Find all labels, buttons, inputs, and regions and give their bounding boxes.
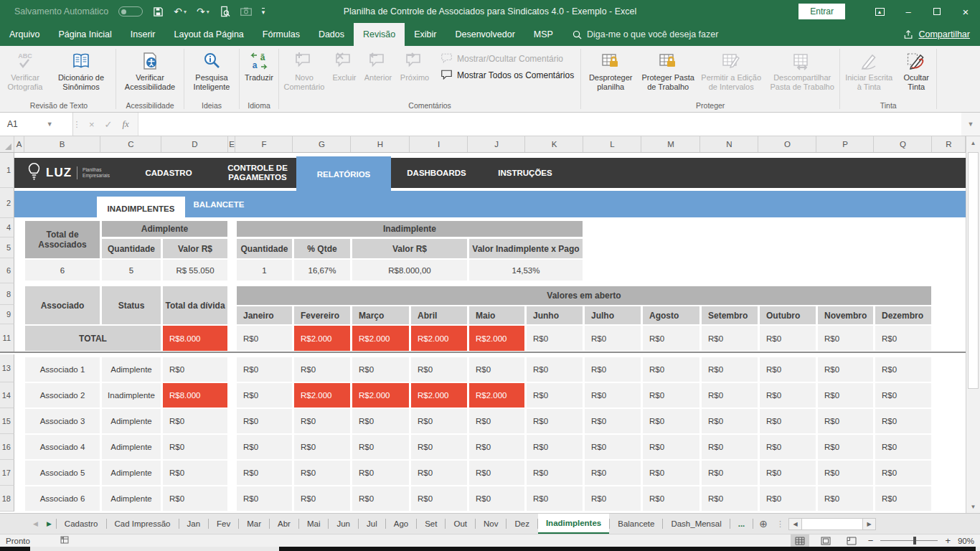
unprotect-sheet-button[interactable]: Desproteger planilha <box>582 48 639 92</box>
nav-item-controle-de-pagamentos[interactable]: CONTROLE DE PAGAMENTOS <box>219 161 296 185</box>
scroll-down-icon[interactable]: ▼ <box>966 500 980 513</box>
row-month-cell[interactable]: R$0 <box>352 435 409 459</box>
row-month-cell[interactable]: R$0 <box>294 486 350 511</box>
zoom-slider-thumb[interactable] <box>913 537 916 545</box>
scroll-up-icon[interactable]: ▲ <box>966 136 980 149</box>
summary-inadimplente-value[interactable]: 14,53% <box>469 260 583 281</box>
row-header-14[interactable]: 14 <box>0 382 14 408</box>
sheet-tab-inadimplentes[interactable]: Inadimplentes <box>538 514 609 534</box>
sheet-tab-balancete[interactable]: Balancete <box>610 514 662 534</box>
row-month-cell[interactable]: R$0 <box>702 409 758 433</box>
row-month-cell[interactable]: R$0 <box>237 383 292 408</box>
row-status[interactable]: Adimplente <box>102 357 161 382</box>
row-month-cell[interactable]: R$0 <box>818 383 873 408</box>
column-header-E[interactable]: E <box>229 136 235 152</box>
nav-item-dashboards[interactable]: DASHBOARDS <box>391 161 482 185</box>
subtab-inadimplentes[interactable]: INADIMPLENTES <box>97 197 185 221</box>
row-month-cell[interactable]: R$0 <box>585 486 641 511</box>
row-status[interactable]: Adimplente <box>102 486 161 511</box>
month-header[interactable]: Julho <box>585 306 641 324</box>
next-sheet-icon[interactable]: ▶ <box>42 514 56 534</box>
protect-workbook-button[interactable]: Proteger Pasta de Trabalho <box>639 48 697 92</box>
redo-icon[interactable]: ↷▾ <box>197 6 209 17</box>
close-button[interactable]: × <box>951 0 980 23</box>
row-associado-name[interactable]: Associado 3 <box>25 409 100 433</box>
row-month-cell[interactable]: R$0 <box>411 435 467 459</box>
row-month-cell[interactable]: R$0 <box>702 383 758 408</box>
row-month-cell[interactable]: R$0 <box>527 409 583 433</box>
row-month-cell[interactable]: R$0 <box>643 486 699 511</box>
column-header-I[interactable]: I <box>410 136 468 152</box>
row-month-cell[interactable]: R$0 <box>469 357 524 382</box>
nav-item-instruções[interactable]: INSTRUÇÕES <box>482 161 568 185</box>
autosave-toggle[interactable] <box>118 6 143 17</box>
column-header-C[interactable]: C <box>101 136 161 152</box>
row-header-8[interactable]: 8 <box>0 283 14 305</box>
total-row-month-cell[interactable]: R$0 <box>527 326 583 351</box>
row-header-15[interactable]: 15 <box>0 408 14 434</box>
row-month-cell[interactable]: R$0 <box>411 409 467 433</box>
row-status[interactable]: Inadimplente <box>102 383 161 408</box>
row-total-debt[interactable]: R$0 <box>163 461 227 485</box>
ribbon-tab-arquivo[interactable]: Arquivo <box>0 23 49 46</box>
row-month-cell[interactable]: R$2.000 <box>411 383 467 408</box>
total-row-month-cell[interactable]: R$2.000 <box>352 326 409 351</box>
row-month-cell[interactable]: R$0 <box>237 357 292 382</box>
row-month-cell[interactable]: R$0 <box>294 357 350 382</box>
row-month-cell[interactable]: R$0 <box>527 357 583 382</box>
horizontal-scroll-thumb[interactable] <box>801 519 863 529</box>
month-header[interactable]: Maio <box>469 306 524 324</box>
spellcheck-button[interactable]: ABCVerificar Ortografia <box>3 48 47 92</box>
row-month-cell[interactable]: R$0 <box>643 357 699 382</box>
row-month-cell[interactable]: R$0 <box>760 486 816 511</box>
total-row-debt[interactable]: R$8.000 <box>163 326 227 351</box>
row-month-cell[interactable]: R$0 <box>875 357 931 382</box>
sheet-tab-fev[interactable]: Fev <box>209 514 238 534</box>
sheet-tab-jan[interactable]: Jan <box>179 514 209 534</box>
column-header-K[interactable]: K <box>526 136 583 152</box>
row-month-cell[interactable]: R$0 <box>469 461 524 485</box>
row-month-cell[interactable]: R$0 <box>294 461 350 485</box>
select-all-corner[interactable] <box>0 136 14 152</box>
total-row-month-cell[interactable]: R$0 <box>237 326 292 351</box>
sheet-tab-dash-mensal[interactable]: Dash_Mensal <box>663 514 729 534</box>
row-month-cell[interactable]: R$0 <box>643 461 699 485</box>
row-total-debt[interactable]: R$0 <box>163 357 227 382</box>
total-row-month-cell[interactable]: R$0 <box>875 326 931 351</box>
total-row-month-cell[interactable]: R$2.000 <box>411 326 467 351</box>
scroll-right-icon[interactable]: ▶ <box>863 519 875 529</box>
smart-lookup-button[interactable]: Pesquisa Inteligente <box>185 48 238 92</box>
row-month-cell[interactable]: R$0 <box>237 409 292 433</box>
month-header[interactable]: Novembro <box>818 306 873 324</box>
summary-total-header[interactable]: Total de Associados <box>25 221 100 258</box>
new-sheet-icon[interactable]: ⊕ <box>753 514 773 534</box>
prev-sheet-icon[interactable]: ◀ <box>0 514 42 534</box>
show-all-comments-button[interactable]: Mostrar Todos os Comentários <box>440 69 574 82</box>
summary-inadimplente-col[interactable]: Valor R$ <box>352 239 467 258</box>
zoom-level[interactable]: 90% <box>958 537 974 545</box>
summary-inadimplente-value[interactable]: 1 <box>237 260 292 281</box>
table-column-header[interactable]: Total da dívida <box>163 286 227 324</box>
row-month-cell[interactable]: R$0 <box>352 461 409 485</box>
sheet-tab-dez[interactable]: Dez <box>507 514 537 534</box>
ribbon-tab-fórmulas[interactable]: Fórmulas <box>253 23 309 46</box>
row-month-cell[interactable]: R$0 <box>237 461 292 485</box>
sheet-tab-cad-impress-o[interactable]: Cad Impressão <box>107 514 179 534</box>
total-row-month-cell[interactable]: R$0 <box>760 326 816 351</box>
column-header-A[interactable]: A <box>14 136 24 152</box>
insert-function-icon[interactable]: fx <box>123 118 129 130</box>
cancel-icon[interactable]: × <box>89 119 95 130</box>
row-month-cell[interactable]: R$0 <box>585 435 641 459</box>
month-header[interactable]: Agosto <box>643 306 699 324</box>
row-total-debt[interactable]: R$0 <box>163 409 227 433</box>
previous-comment-button[interactable]: Anterior <box>360 48 396 83</box>
row-month-cell[interactable]: R$0 <box>875 486 931 511</box>
row-month-cell[interactable]: R$0 <box>875 461 931 485</box>
summary-inadimplente-col[interactable]: % Qtde <box>294 239 350 258</box>
name-box-dropdown-icon[interactable]: ▼ <box>47 121 53 128</box>
column-header-L[interactable]: L <box>584 136 641 152</box>
summary-adimplente-header[interactable]: Adimplente <box>102 221 227 237</box>
row-header-1[interactable]: 1 <box>0 153 14 188</box>
months-group-header[interactable]: Valores em aberto <box>237 286 931 305</box>
month-header[interactable]: Outubro <box>760 306 816 324</box>
